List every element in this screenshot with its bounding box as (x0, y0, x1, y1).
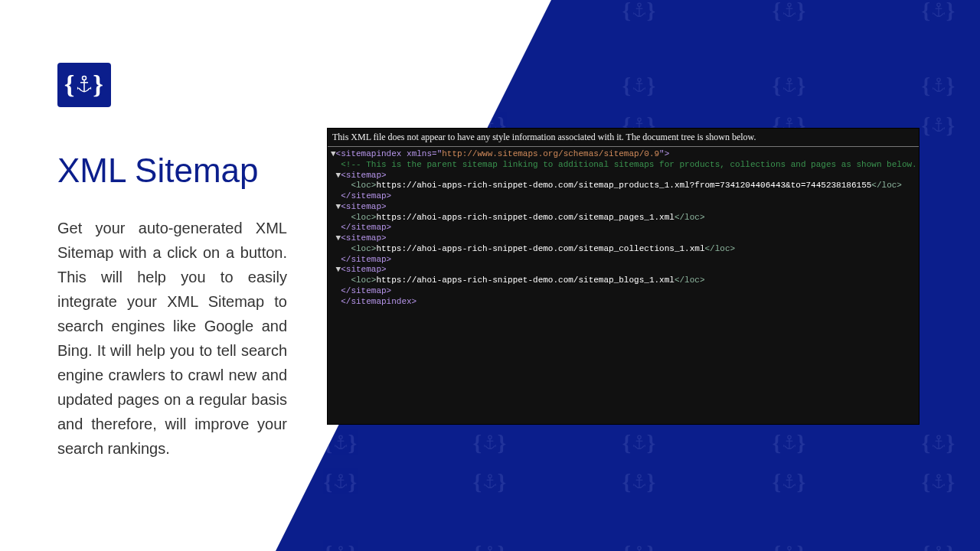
svg-point-205 (189, 474, 192, 478)
svg-marker-48 (943, 12, 945, 15)
svg-rect-31 (639, 6, 640, 16)
anchor-braces-icon: { } (172, 0, 209, 29)
svg-text:{: { (772, 469, 781, 494)
anchor-braces-icon: { } (322, 0, 359, 29)
svg-point-2 (40, 3, 43, 6)
svg-marker-55 (46, 87, 47, 90)
anchor-braces-icon: { } (23, 0, 60, 29)
svg-rect-80 (639, 81, 640, 91)
svg-point-282 (787, 546, 790, 549)
svg-point-275 (638, 546, 641, 549)
xml-tag: </loc> (675, 276, 705, 285)
svg-rect-192 (938, 439, 939, 448)
svg-text:}: } (946, 469, 956, 494)
svg-marker-6 (46, 12, 47, 15)
anchor-braces-icon: { } (63, 67, 106, 103)
svg-rect-150 (41, 439, 41, 448)
anchor-braces-icon: { } (920, 464, 957, 500)
anchor-braces-icon: { } (920, 536, 957, 551)
svg-marker-202 (46, 484, 47, 486)
svg-text:}: } (348, 73, 357, 98)
svg-text:}: } (348, 430, 357, 455)
svg-marker-167 (345, 445, 347, 447)
svg-marker-41 (794, 12, 795, 15)
svg-rect-178 (639, 439, 640, 448)
svg-marker-47 (933, 12, 934, 15)
xml-tag: </sitemap> (341, 223, 391, 232)
xml-viewer: This XML file does not appear to have an… (328, 129, 919, 424)
anchor-braces-icon: { } (621, 425, 658, 461)
svg-rect-130 (636, 123, 643, 124)
svg-point-226 (638, 474, 641, 478)
svg-rect-165 (337, 441, 344, 442)
anchor-braces-icon: { } (322, 67, 359, 104)
anchor-braces-icon: { } (23, 464, 60, 500)
svg-marker-229 (634, 484, 635, 486)
svg-marker-27 (495, 12, 496, 15)
svg-marker-75 (484, 87, 485, 90)
svg-marker-12 (185, 12, 187, 15)
xml-url: https://ahoi-apps-rich-snippet-demo.com/… (376, 244, 704, 253)
xml-tag: <loc> (351, 244, 376, 253)
svg-text:}: } (647, 541, 656, 551)
svg-rect-123 (487, 123, 494, 124)
svg-text:{: { (24, 112, 33, 138)
svg-text:{: { (921, 430, 930, 455)
svg-point-240 (937, 474, 940, 478)
svg-text:}: } (796, 541, 805, 551)
svg-rect-102 (38, 123, 45, 124)
svg-marker-152 (35, 445, 37, 447)
svg-point-170 (488, 435, 492, 439)
svg-marker-104 (46, 127, 47, 129)
svg-marker-209 (195, 484, 197, 486)
anchor-braces-icon: { } (472, 67, 508, 104)
svg-text:{: { (921, 0, 930, 23)
xml-tag: <loc> (351, 276, 376, 285)
svg-rect-109 (188, 123, 194, 124)
svg-text:}: } (498, 0, 507, 23)
svg-point-296 (82, 77, 86, 80)
svg-text:}: } (49, 73, 58, 98)
xml-url: https://ahoi-apps-rich-snippet-demo.com/… (376, 181, 871, 190)
anchor-braces-icon: { } (172, 107, 209, 144)
svg-text:}: } (49, 0, 58, 23)
svg-rect-66 (340, 81, 341, 91)
svg-text:{: { (24, 430, 33, 455)
svg-text:{: { (323, 430, 332, 455)
svg-text:}: } (348, 0, 357, 23)
svg-rect-38 (789, 6, 789, 16)
svg-marker-68 (335, 87, 336, 90)
svg-marker-33 (634, 12, 635, 15)
svg-text:}: } (93, 70, 103, 99)
svg-marker-188 (794, 445, 795, 447)
svg-text:{: { (323, 73, 332, 98)
svg-rect-74 (487, 83, 494, 84)
svg-point-254 (189, 546, 192, 549)
svg-rect-73 (489, 81, 490, 91)
svg-point-107 (189, 118, 192, 121)
svg-text:{: { (174, 469, 183, 494)
svg-marker-40 (783, 12, 785, 15)
svg-point-51 (40, 78, 43, 81)
svg-text:{: { (921, 73, 930, 98)
anchor-braces-icon: { } (23, 107, 60, 144)
svg-text:{: { (921, 541, 930, 551)
svg-text:{: { (323, 469, 332, 494)
svg-marker-173 (484, 445, 485, 447)
svg-marker-5 (35, 12, 37, 15)
svg-marker-194 (933, 445, 934, 447)
svg-text:}: } (198, 0, 207, 23)
xml-viewer-body: ▼<sitemapindex xmlns="http://www.sitemap… (328, 147, 919, 309)
svg-rect-45 (938, 6, 939, 16)
svg-point-44 (937, 3, 940, 6)
svg-point-79 (638, 78, 641, 81)
svg-text:}: } (946, 0, 956, 23)
svg-text:{: { (921, 112, 930, 138)
svg-text:{: { (174, 112, 183, 138)
svg-text:{: { (772, 0, 781, 23)
svg-rect-164 (340, 439, 341, 448)
svg-rect-10 (191, 6, 191, 16)
svg-text:{: { (64, 70, 75, 99)
anchor-braces-icon: { } (920, 425, 957, 461)
svg-rect-17 (340, 6, 341, 16)
